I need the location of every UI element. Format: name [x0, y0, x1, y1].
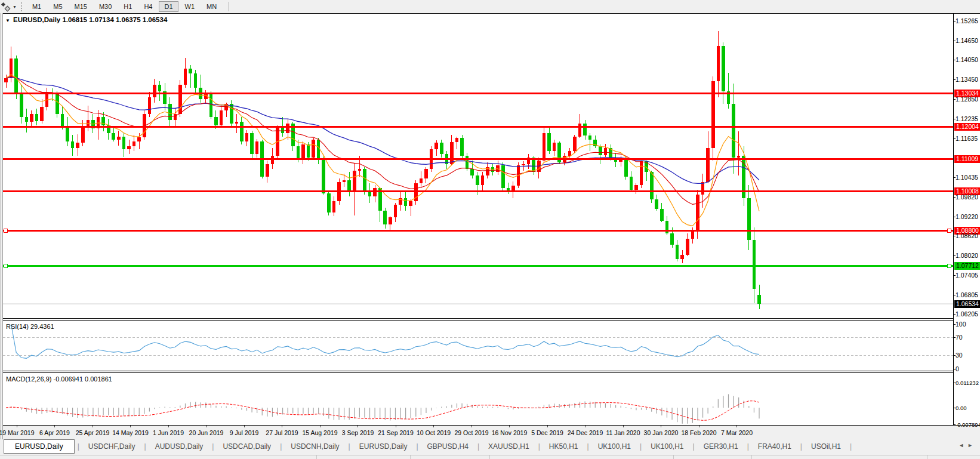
- date-tick-label: 21 Sep 2019: [378, 429, 414, 436]
- hline-price-tag: 1.13034: [956, 90, 979, 97]
- chevron-down-icon[interactable]: ▼: [13, 5, 17, 9]
- date-tick-label: 10 Oct 2019: [417, 429, 451, 436]
- chart-tab-usoil-h1[interactable]: USOil,H1: [803, 440, 849, 453]
- chart-title-ohlc: EURUSD,Daily 1.06815 1.07134 1.06375 1.0…: [13, 16, 168, 23]
- chart-tab-xauusd-h1[interactable]: XAUUSD,H1: [480, 440, 538, 453]
- tab-scroll-right-icon[interactable]: ►: [967, 442, 976, 448]
- date-tick-label: 18 Feb 2020: [682, 429, 717, 436]
- macd-tick-label: 0.011232: [956, 380, 979, 386]
- date-tick-label: 27 Jul 2019: [266, 429, 298, 436]
- price-tick-label: 1.11635: [956, 135, 978, 142]
- hline-handle: [4, 229, 7, 232]
- date-tick-label: 15 Aug 2019: [303, 429, 338, 436]
- date-tick-label: 7 Mar 2020: [721, 429, 753, 436]
- date-tick-label: 29 Oct 2019: [454, 429, 488, 436]
- rsi-tick-label: 70: [956, 334, 963, 341]
- date-tick-label: 3 Sep 2019: [342, 429, 374, 436]
- chart-tab-hk50-h1[interactable]: HK50,H1: [541, 440, 587, 453]
- timeframe-button-m1[interactable]: M1: [27, 1, 47, 12]
- status-bar: [0, 455, 980, 459]
- price-tick-label: 1.06205: [956, 310, 978, 318]
- tab-scroll-left-icon[interactable]: ◄: [959, 442, 967, 448]
- hline-price-tag: 1.12004: [956, 123, 979, 130]
- chart-tab-gbpusd-h4[interactable]: GBPUSD,H4: [419, 440, 477, 453]
- hline-handle: [4, 264, 7, 267]
- tab-scroll-buttons: ◄►: [959, 442, 976, 448]
- date-tick-label: 25 Apr 2019: [76, 429, 110, 436]
- price-tick-label: 1.10435: [956, 174, 978, 181]
- chart-tab-eurusd-daily[interactable]: EURUSD,Daily: [4, 439, 75, 454]
- date-tick-label: 16 Nov 2019: [492, 429, 528, 436]
- price-tick-label: 1.09220: [956, 213, 978, 220]
- chart-tab-fra40-h1[interactable]: FRA40,H1: [750, 440, 800, 453]
- date-tick-label: 5 Dec 2019: [531, 429, 563, 436]
- hline-handle: [947, 264, 951, 267]
- trading-platform-window: ▼ M1M5M15M30H1H4D1W1MN 1.152651.146501.1…: [0, 0, 980, 459]
- timeframe-toolbar: ▼ M1M5M15M30H1H4D1W1MN: [0, 0, 980, 13]
- price-tick-label: 1.07405: [956, 272, 978, 279]
- date-tick-label: 1 Jun 2019: [153, 429, 184, 436]
- current-price-tag: 1.06534: [956, 300, 979, 307]
- chart-tab-uk100-h1[interactable]: UK100,H1: [642, 440, 692, 453]
- date-tick-label: 19 Mar 2019: [0, 429, 35, 436]
- chart-tab-audusd-daily[interactable]: AUDUSD,Daily: [147, 440, 212, 453]
- rsi-tick-label: 0: [956, 365, 959, 372]
- hline-price-tag: 1.08800: [956, 227, 979, 234]
- chart-tab-usdchf-daily[interactable]: USDCHF,Daily: [80, 440, 144, 453]
- price-tick-label: 1.14050: [956, 56, 978, 63]
- chart-tools-icon[interactable]: [1, 2, 11, 11]
- toolbar-separator: [228, 2, 229, 11]
- timeframe-button-d1[interactable]: D1: [159, 1, 178, 12]
- hline-price-tag: 1.10008: [956, 187, 979, 195]
- price-tick-label: 1.14650: [956, 37, 978, 44]
- hline-price-tag: 1.07712: [956, 262, 979, 269]
- price-chart-canvas[interactable]: 1.152651.146501.140501.134501.128501.122…: [0, 0, 980, 439]
- rsi-tick-label: 30: [956, 352, 963, 359]
- hline-price-tag: 1.11009: [956, 155, 978, 162]
- price-tick-label: 1.12235: [956, 115, 978, 122]
- macd-indicator-label: MACD(12,26,9) -0.006941 0.001861: [6, 375, 112, 383]
- price-tick-label: 1.08020: [956, 252, 978, 259]
- price-tick-label: 1.13450: [956, 76, 978, 83]
- chart-tab-usdcad-daily[interactable]: USDCAD,Daily: [214, 440, 279, 453]
- macd-tick-label: -0.007894: [956, 421, 980, 428]
- toolbar-grip-handle[interactable]: [21, 2, 22, 11]
- timeframe-button-m15[interactable]: M15: [69, 1, 93, 12]
- date-tick-label: 20 Jun 2019: [189, 429, 224, 436]
- date-tick-label: 14 May 2019: [112, 429, 149, 436]
- timeframe-button-m5[interactable]: M5: [48, 1, 67, 12]
- date-tick-label: 9 Jul 2019: [230, 429, 259, 436]
- chart-tab-uk100-h1[interactable]: UK100,H1: [590, 440, 639, 453]
- timeframe-button-h1[interactable]: H1: [118, 1, 137, 12]
- symbol-dropdown-icon[interactable]: ▼: [5, 18, 10, 23]
- chart-tab-ger30-h1[interactable]: GER30,H1: [695, 440, 747, 453]
- date-tick-label: 24 Dec 2019: [568, 429, 603, 436]
- tab-separator: |: [849, 442, 852, 451]
- price-tick-label: 1.15265: [956, 17, 978, 24]
- rsi-tick-label: 100: [956, 321, 966, 328]
- macd-tick-label: 0.00: [956, 405, 967, 411]
- chart-tab-bar: EURUSD,Daily|USDCHF,Daily|AUDUSD,Daily|U…: [4, 439, 962, 454]
- rsi-indicator-label: RSI(14) 29.4361: [6, 323, 54, 330]
- timeframe-button-w1[interactable]: W1: [180, 1, 201, 12]
- chart-tab-eurusd-daily[interactable]: EURUSD,Daily: [351, 440, 416, 453]
- date-tick-label: 11 Jan 2020: [606, 429, 640, 436]
- timeframe-button-h4[interactable]: H4: [138, 1, 158, 12]
- price-tick-label: 1.06805: [956, 291, 978, 298]
- timeframe-button-m30[interactable]: M30: [94, 1, 117, 12]
- chart-tab-usdcnh-daily[interactable]: USDCNH,Daily: [282, 440, 347, 453]
- date-tick-label: 30 Jan 2020: [644, 429, 679, 436]
- date-tick-label: 6 Apr 2019: [39, 429, 70, 436]
- timeframe-button-mn[interactable]: MN: [201, 1, 222, 12]
- hline-handle: [947, 229, 951, 232]
